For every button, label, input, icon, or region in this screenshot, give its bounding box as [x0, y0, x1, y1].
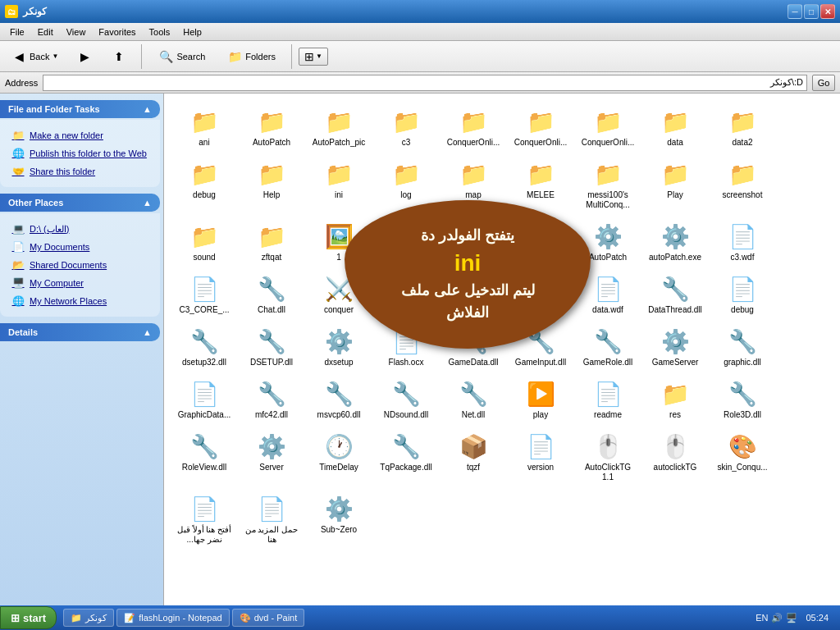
file-msvcp60[interactable]: 🔧 msvcp60.dll — [307, 374, 371, 423]
menu-help[interactable]: Help — [176, 25, 208, 39]
file-dsetup[interactable]: 🔧 DSETUP.dll — [240, 322, 304, 371]
publish-folder-item[interactable]: 🌐 Publish this folder to the Web — [8, 144, 152, 162]
file-datathread[interactable]: 🔧 DataThread.dll — [643, 269, 707, 318]
forward-button[interactable]: ▶ — [69, 45, 100, 68]
file-conquer-exe[interactable]: ⚔️ conquer — [307, 269, 371, 318]
close-button[interactable]: ✕ — [820, 4, 835, 19]
file-area[interactable]: يتفتح الفولدر دة ini ليتم التدخيل على مل… — [164, 94, 840, 605]
folder-data[interactable]: 📁 data — [643, 102, 707, 151]
file-conquer3[interactable]: ⚔️ Conquer2 — [441, 269, 505, 318]
file-gamedata[interactable]: 🔧 GameData.dll — [441, 322, 505, 371]
folder-c3[interactable]: 📁 c3 — [374, 102, 438, 151]
file-c3wdf[interactable]: 📄 c3.wdf — [710, 217, 774, 266]
folder-screenshot[interactable]: 📁 screenshot — [710, 154, 774, 213]
menu-tools[interactable]: Tools — [143, 25, 177, 39]
file-version[interactable]: 📄 version — [509, 427, 573, 486]
drives-item[interactable]: 💻 D:\ (العاب) — [8, 220, 152, 238]
file-autopatch-small[interactable]: 📄 autoPatch — [509, 217, 573, 266]
file-debug2[interactable]: 📄 debug — [710, 269, 774, 318]
file-tqpackage[interactable]: 🔧 TqPackage.dll — [374, 427, 438, 486]
view-dropdown-icon[interactable]: ▼ — [316, 52, 322, 60]
go-button[interactable]: Go — [812, 75, 835, 91]
file-readme[interactable]: 📄 readme — [576, 374, 640, 423]
address-input[interactable] — [43, 75, 807, 91]
share-folder-item[interactable]: 🤝 Share this folder — [8, 162, 152, 180]
file-arabic2[interactable]: 📄 حمل المزيد من هنا — [240, 489, 304, 548]
search-button[interactable]: 🔍 Search — [148, 45, 214, 68]
file-conquer2[interactable]: ⚔️ Conquer — [374, 269, 438, 318]
folder-zftqat[interactable]: 📁 zftqat — [240, 217, 304, 266]
file-1[interactable]: 🖼️ 1 — [307, 217, 371, 266]
restore-button[interactable]: □ — [804, 4, 819, 19]
folder-data2[interactable]: 📁 data2 — [710, 102, 774, 151]
folder-sound[interactable]: 📁 sound — [172, 217, 236, 266]
file-arabic1[interactable]: 📄 أفتح هنا أولاً قبل نضر جها... — [172, 489, 236, 548]
folder-conquer2[interactable]: 📁 ConquerOnli... — [509, 102, 573, 151]
folder-res[interactable]: 📁 res — [643, 374, 707, 423]
taskbar-item-notepad[interactable]: 📝 flashLogin - Notepad — [116, 609, 230, 627]
other-places-header[interactable]: Other Places ▲ — [0, 194, 160, 212]
file-graphicdata[interactable]: 📄 GraphicData... — [172, 374, 236, 423]
up-button[interactable]: ⬆ — [103, 45, 135, 68]
menu-file[interactable]: File — [3, 25, 31, 39]
folder-melee[interactable]: 📁 MELEE — [509, 154, 573, 213]
folder-conquer3[interactable]: 📁 ConquerOnli... — [576, 102, 640, 151]
folder-map[interactable]: 📁 map — [441, 154, 505, 213]
file-tasks-header[interactable]: File and Folder Tasks ▲ — [0, 100, 160, 118]
file-subzero[interactable]: ⚙️ Sub~Zero — [307, 489, 371, 548]
back-dropdown-icon[interactable]: ▼ — [52, 52, 58, 60]
menu-edit[interactable]: Edit — [31, 25, 60, 39]
my-documents-item[interactable]: 📄 My Documents — [8, 238, 152, 256]
file-graphic[interactable]: 🔧 graphic.dll — [710, 322, 774, 371]
file-datawdf[interactable]: 📄 data.wdf — [576, 269, 640, 318]
make-new-folder-item[interactable]: 📁 Make a new folder — [8, 126, 152, 144]
file-dsetup32[interactable]: 🔧 dsetup32.dll — [172, 322, 236, 371]
file-autoclicktg[interactable]: 🖱️ AutoClickTG 1.1 — [576, 427, 640, 486]
folder-autopatch-pic[interactable]: 📁 AutoPatch_pic — [307, 102, 371, 151]
details-header[interactable]: Details ▲ — [0, 323, 160, 341]
file-play-exe[interactable]: ▶️ play — [509, 374, 573, 423]
file-dxsetup[interactable]: ⚙️ dxsetup — [307, 322, 371, 371]
my-computer-item[interactable]: 🖥️ My Computer — [8, 274, 152, 292]
file-skin[interactable]: 🎨 skin_Conqu... — [710, 427, 774, 486]
file-gameserver[interactable]: ⚙️ GameServer — [643, 322, 707, 371]
folder-ani[interactable]: 📁 ani — [172, 102, 236, 151]
file-c3core[interactable]: 📄 C3_CORE_... — [172, 269, 236, 318]
menu-favorites[interactable]: Favorites — [92, 25, 142, 39]
file-5165[interactable]: 🖼️ 5165 — [374, 217, 438, 266]
file-autopatch-exe[interactable]: ⚙️ AutoPatch — [576, 217, 640, 266]
folder-help[interactable]: 📁 Help — [240, 154, 304, 213]
file-roleview[interactable]: 🔧 RoleView.dll — [172, 427, 236, 486]
folder-log[interactable]: 📁 log — [374, 154, 438, 213]
language-indicator[interactable]: EN — [756, 613, 768, 623]
file-timedelay[interactable]: 🕐 TimeDelay — [307, 427, 371, 486]
minimize-button[interactable]: ─ — [788, 4, 802, 19]
network-places-item[interactable]: 🌐 My Network Places — [8, 292, 152, 310]
file-autopatch-exe2[interactable]: ⚙️ autoPatch.exe — [643, 217, 707, 266]
file-assistall[interactable]: 📄 AssistAll — [441, 217, 505, 266]
file-chatdll[interactable]: 🔧 Chat.dll — [240, 269, 304, 318]
file-mfc42[interactable]: 🔧 mfc42.dll — [240, 374, 304, 423]
folders-button[interactable]: 📁 Folders — [217, 45, 285, 68]
folder-messi[interactable]: 📁 messi100's MultiConq... — [576, 154, 640, 213]
folder-autopatch[interactable]: 📁 AutoPatch — [240, 102, 304, 151]
shared-documents-item[interactable]: 📂 Shared Documents — [8, 256, 152, 274]
start-button[interactable]: ⊞ start — [0, 606, 57, 629]
network-tray-icon[interactable]: 🖥️ — [786, 613, 797, 623]
file-autoclicktg2[interactable]: 🖱️ autoclickTG — [643, 427, 707, 486]
file-gamerole[interactable]: 🔧 GameRole.dll — [576, 322, 640, 371]
taskbar-item-conquer[interactable]: 📁 كونكر — [63, 609, 114, 627]
folder-ini[interactable]: 📁 ini — [307, 154, 371, 213]
file-role3d[interactable]: 🔧 Role3D.dll — [710, 374, 774, 423]
file-ndsound[interactable]: 🔧 NDsound.dll — [374, 374, 438, 423]
file-server[interactable]: ⚙️ Server — [240, 427, 304, 486]
view-button[interactable]: ⊞ ▼ — [299, 48, 328, 66]
file-gameinput[interactable]: 🔧 GameInput.dll — [509, 322, 573, 371]
volume-icon[interactable]: 🔊 — [771, 613, 783, 623]
file-tqzf[interactable]: 📦 tqzf — [441, 427, 505, 486]
folder-debug[interactable]: 📁 debug — [172, 154, 236, 213]
folder-play[interactable]: 📁 Play — [643, 154, 707, 213]
folder-conquer1[interactable]: 📁 ConquerOnli... — [441, 102, 505, 151]
taskbar-item-paint[interactable]: 🎨 dvd - Paint — [232, 609, 305, 627]
file-conquer-x5[interactable]: ⚔️ Conquer_x5... — [509, 269, 573, 318]
